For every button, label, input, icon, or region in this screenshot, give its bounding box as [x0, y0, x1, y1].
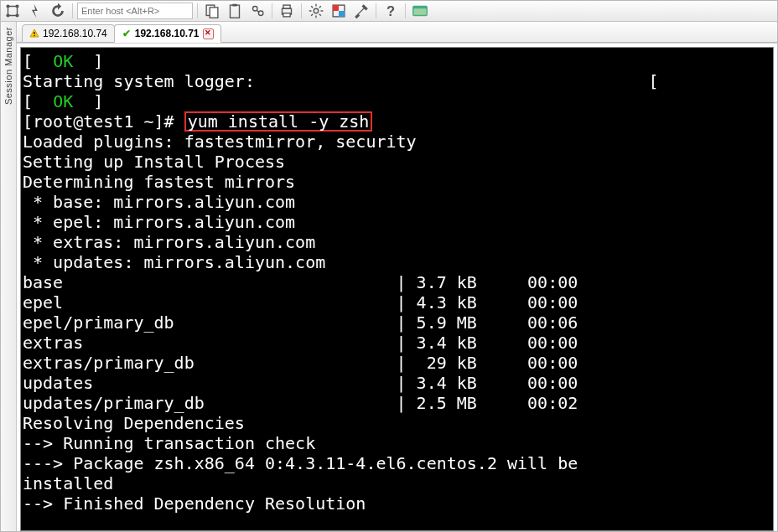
- terminal[interactable]: [ OK ]Starting system logger: [[ OK ][ro…: [20, 47, 774, 531]
- tools-icon[interactable]: [351, 2, 371, 20]
- body-row: Session Manager 192.168.10.74 ✔ 192.168.…: [1, 22, 777, 531]
- toolbar-separator: [301, 3, 302, 18]
- session-manager-label: Session Manager: [3, 27, 13, 105]
- color-scheme-icon[interactable]: [329, 2, 349, 20]
- close-icon[interactable]: ✕: [203, 28, 214, 39]
- toolbar-separator: [197, 3, 198, 18]
- svg-rect-16: [339, 11, 345, 17]
- copy-icon[interactable]: [202, 2, 222, 20]
- session-tab-1[interactable]: ✔ 192.168.10.71 ✕: [114, 24, 221, 43]
- toolbar-separator: [72, 3, 73, 18]
- host-input[interactable]: [77, 3, 193, 19]
- find-icon[interactable]: [247, 2, 267, 20]
- toolbar-separator: [376, 3, 376, 18]
- sessions-icon[interactable]: [3, 2, 23, 20]
- session-manager-rail[interactable]: Session Manager: [1, 22, 17, 531]
- svg-point-13: [314, 8, 319, 13]
- toolbar-separator: [405, 3, 406, 18]
- svg-rect-19: [413, 7, 428, 9]
- app-window: ? Session Manager 192.168.10.74 ✔: [0, 0, 778, 532]
- main-toolbar: ?: [1, 1, 777, 22]
- reconnect-icon[interactable]: [48, 2, 68, 20]
- quick-connect-icon[interactable]: [25, 2, 45, 20]
- session-tab-0[interactable]: 192.168.10.74: [22, 24, 115, 43]
- tab-label: 192.168.10.74: [43, 28, 107, 39]
- highlighted-command: yum install -y zsh: [184, 111, 373, 132]
- settings-icon[interactable]: [306, 2, 326, 20]
- svg-rect-5: [210, 8, 218, 18]
- svg-point-9: [258, 11, 263, 16]
- svg-rect-6: [231, 5, 240, 18]
- help-icon[interactable]: ?: [381, 2, 401, 20]
- tab-label: 192.168.10.71: [135, 28, 200, 39]
- svg-rect-12: [283, 13, 290, 17]
- print-icon[interactable]: [277, 2, 297, 20]
- main-column: 192.168.10.74 ✔ 192.168.10.71 ✕ [ OK ]St…: [17, 22, 777, 531]
- svg-point-8: [253, 7, 258, 12]
- svg-text:?: ?: [386, 3, 395, 18]
- toolbar-separator: [272, 3, 272, 18]
- svg-rect-11: [283, 5, 290, 8]
- svg-rect-15: [333, 5, 339, 11]
- app-icon[interactable]: [410, 2, 430, 20]
- svg-rect-21: [34, 35, 34, 36]
- check-icon: ✔: [122, 28, 132, 39]
- svg-rect-20: [34, 32, 34, 34]
- svg-rect-7: [232, 4, 237, 7]
- warning-icon: [29, 28, 39, 39]
- terminal-container: [ OK ]Starting system logger: [[ OK ][ro…: [17, 43, 777, 531]
- session-tabs: 192.168.10.74 ✔ 192.168.10.71 ✕: [17, 22, 777, 43]
- paste-icon[interactable]: [225, 2, 245, 20]
